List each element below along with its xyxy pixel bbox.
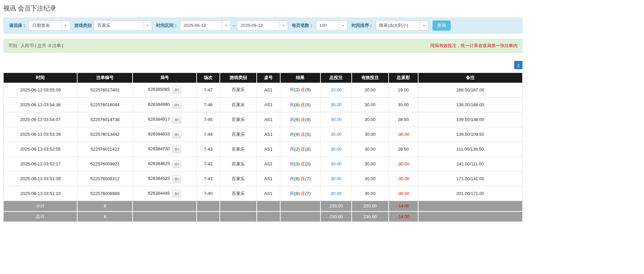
- cell-result: 闲(6) 庄(9): [280, 112, 321, 127]
- page-size-select[interactable]: 100 ▼: [316, 21, 348, 31]
- cell-valid-bet: 30.00: [352, 171, 389, 186]
- result-banker-score: (9): [305, 87, 311, 92]
- column-header: 总派彩: [389, 73, 418, 83]
- total-bet-link[interactable]: 30.00: [331, 132, 342, 137]
- cell-round-id: 626384730: [133, 142, 196, 157]
- table-row: 2025-06-13 03:53:39522576013442626384833…: [4, 127, 523, 142]
- cell-result: 闲(2) 庄(9): [280, 83, 321, 97]
- cell-total-bet: 30.00: [320, 171, 352, 186]
- total-bet-link[interactable]: 30.00: [331, 161, 342, 166]
- result-player: 闲: [290, 191, 294, 196]
- cell-round-id: 626384523: [133, 171, 196, 186]
- result-player-score: (8): [294, 191, 300, 196]
- video-replay-button[interactable]: [172, 116, 181, 123]
- column-header: 场次: [197, 73, 220, 83]
- cell-payout: 30.00: [389, 97, 418, 112]
- cell-valid-bet: 30.00: [352, 157, 389, 171]
- cell-time: 2025-06-13 03:54:36: [4, 97, 78, 112]
- result-banker-score: (0): [305, 161, 311, 166]
- summary-empty: [197, 211, 220, 222]
- cell-round-id: 626384625: [133, 157, 196, 171]
- round-id-text: 626384445: [148, 191, 170, 196]
- page-size-value: 100: [316, 21, 339, 30]
- cell-time: 2025-06-13 03:53:39: [4, 127, 78, 142]
- cell-valid-bet: 30.00: [352, 142, 389, 157]
- cell-session: 7-47: [197, 83, 220, 97]
- cell-time: 2025-06-13 03:51:39: [4, 171, 78, 186]
- result-banker-score: (7): [305, 176, 311, 181]
- date-from-select[interactable]: 2025-06-13 ▼: [180, 21, 231, 31]
- round-id-text: 626384990: [148, 102, 170, 107]
- chevron-down-icon[interactable]: ▼: [143, 21, 152, 30]
- result-banker: 庄: [301, 161, 305, 166]
- column-header: 游戏类别: [220, 73, 257, 83]
- total-bet-link[interactable]: 30.00: [331, 117, 342, 122]
- cell-result: 闲(8) 庄(7): [280, 186, 321, 201]
- video-camera-icon: [175, 133, 179, 136]
- cell-game-type: 百家乐: [220, 97, 257, 112]
- cell-valid-bet: 30.00: [352, 112, 389, 127]
- chevron-down-icon[interactable]: ▼: [222, 21, 231, 30]
- cell-session: 7-40: [197, 186, 220, 201]
- date-to-select[interactable]: 2025-06-13 ▼: [237, 21, 288, 31]
- result-player-score: (2): [294, 147, 300, 152]
- round-id-text: 626384917: [148, 117, 170, 122]
- summary-row: 总计8230.00230.00-14.00: [4, 211, 523, 222]
- video-camera-icon: [175, 192, 179, 195]
- chevron-down-icon[interactable]: ▼: [339, 21, 347, 30]
- column-header: 有效投注: [352, 73, 389, 83]
- result-banker: 庄: [301, 132, 305, 137]
- total-bet-link[interactable]: 30.00: [331, 191, 342, 196]
- cell-payout: -30.00: [389, 127, 418, 142]
- result-banker: 庄: [301, 147, 305, 152]
- video-camera-icon: [175, 177, 179, 181]
- cell-result: 闲(8) 庄(5): [280, 97, 321, 112]
- video-replay-button[interactable]: [172, 190, 181, 197]
- cell-round-id: 626384917: [133, 112, 196, 127]
- cell-game-type: 百家乐: [220, 157, 257, 171]
- total-bet-link[interactable]: 30.00: [331, 102, 342, 107]
- video-replay-button[interactable]: [172, 160, 181, 168]
- summary-empty: [197, 201, 220, 211]
- summary-empty: [220, 211, 257, 222]
- summary-note: [418, 201, 523, 211]
- cell-valid-bet: 30.00: [352, 186, 389, 201]
- cell-bet-id: 522576014738: [77, 112, 133, 127]
- video-replay-button[interactable]: [172, 86, 181, 93]
- total-bet-link[interactable]: 20.00: [331, 87, 342, 92]
- cell-time: 2025-06-13 03:54:07: [4, 112, 78, 127]
- cell-total-bet: 30.00: [320, 127, 352, 142]
- result-player-score: (6): [294, 117, 300, 122]
- cell-bet-id: 522576017401: [77, 83, 133, 97]
- total-bet-link[interactable]: 30.00: [331, 176, 342, 181]
- result-player: 闲: [290, 117, 294, 122]
- game-type-select[interactable]: 百家乐 ▼: [94, 21, 152, 31]
- total-bet-link[interactable]: 30.00: [331, 147, 342, 152]
- video-replay-button[interactable]: [172, 101, 181, 109]
- result-player: 闲: [290, 102, 294, 107]
- page-button-1[interactable]: 1: [514, 61, 523, 69]
- chevron-down-icon[interactable]: ▼: [419, 21, 428, 30]
- result-player: 闲: [290, 147, 294, 152]
- cell-valid-bet: 30.00: [352, 97, 389, 112]
- summary-total-bet: 230.00: [320, 201, 352, 211]
- cell-note: 171.00/141.00: [418, 171, 523, 186]
- table-row: 2025-06-13 03:54:07522576014738626384917…: [4, 112, 523, 127]
- summary-empty: [280, 211, 321, 222]
- cell-session: 7-46: [197, 97, 220, 112]
- search-button[interactable]: 查询: [433, 21, 451, 31]
- video-camera-icon: [175, 118, 179, 121]
- chevron-down-icon[interactable]: ▼: [61, 21, 70, 30]
- video-replay-button[interactable]: [172, 175, 181, 183]
- query-type-select[interactable]: 日期查询 ▼: [29, 21, 70, 31]
- date-range-separator: ~: [231, 23, 237, 28]
- video-replay-button[interactable]: [172, 146, 181, 153]
- date-from-value: 2025-06-13: [180, 21, 222, 30]
- bet-records-table: 时间注单编号局号场次游戏类别桌号结果总投注有效投注总派彩备注 2025-06-1…: [3, 73, 523, 222]
- cell-result: 闲(6) 庄(7): [280, 171, 321, 186]
- sort-order-select[interactable]: 降幂(由大到小) ▼: [376, 21, 429, 31]
- round-id-text: 626384523: [148, 176, 170, 181]
- cell-table-no: AS1: [257, 83, 280, 97]
- chevron-down-icon[interactable]: ▼: [279, 21, 288, 30]
- video-replay-button[interactable]: [172, 131, 181, 138]
